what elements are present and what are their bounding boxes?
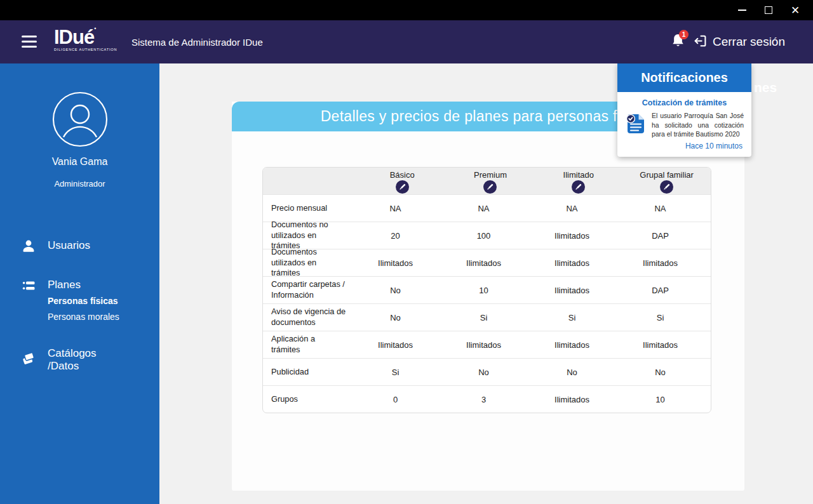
row-label: Precio mensual — [263, 203, 351, 214]
cell-value: Ilimitados — [528, 340, 616, 350]
logo-mark: • — [94, 25, 96, 32]
user-name: Vania Gama — [0, 156, 159, 168]
cell-value: Ilimitados — [528, 395, 616, 404]
sidebar-item-label: Planes — [48, 279, 124, 291]
table-row-publicidad: PublicidadSiNoNoNo — [263, 358, 711, 385]
column-header-empty — [263, 168, 358, 194]
cell-value: DAP — [616, 231, 704, 241]
table-row-grupos: Grupos03Ilimitados10 — [263, 385, 711, 413]
user-role: Administrador — [0, 179, 159, 189]
app-title: Sistema de Administrador IDue — [131, 20, 263, 63]
hamburger-menu-icon[interactable] — [22, 36, 37, 48]
cell-value: Si — [440, 313, 528, 322]
avatar — [52, 91, 108, 150]
sidebar-item-label: Catálogos /Datos — [48, 347, 124, 373]
cell-value: 3 — [440, 395, 528, 404]
pencil-icon — [572, 186, 585, 196]
notifications-list: Cotización de trámites El usuario Parroq… — [617, 92, 751, 157]
sidebar-subitem-personas-fisicas[interactable]: Personas físicas — [48, 296, 118, 306]
close-icon: ✕ — [791, 5, 800, 16]
background-artifact-text: nes — [754, 80, 777, 95]
maximize-button[interactable] — [763, 5, 774, 15]
cell-value: Ilimitados — [528, 231, 616, 241]
cell-value: 100 — [440, 231, 528, 241]
cell-value: NA — [616, 204, 704, 213]
cell-value: No — [616, 368, 704, 377]
cell-value: NA — [440, 204, 528, 213]
notification-item-title: Cotización de trámites — [625, 98, 744, 107]
cell-value: No — [351, 286, 440, 295]
table-row-aviso-de-vigencia-de-documentos: Aviso de vigencia de documentosNoSiSiSi — [263, 303, 711, 331]
cell-value: Ilimitados — [528, 286, 616, 295]
table-row-aplicacion-a-tramites: Aplicación a trámitesIlimitadosIlimitado… — [263, 331, 711, 358]
cell-value: 0 — [351, 395, 440, 404]
page-title: Detalles y precios de planes para person… — [321, 108, 656, 125]
cell-value: Ilimitados — [351, 258, 440, 268]
notifications-panel-header: Notificaciones — [617, 63, 751, 92]
pencil-icon — [660, 186, 673, 196]
row-label: Aviso de vigencia de documentos — [263, 307, 351, 328]
sidebar-item-catalogos-datos[interactable]: Catálogos /Datos — [0, 347, 159, 375]
minimize-icon — [738, 10, 746, 11]
cell-value: 10 — [440, 286, 528, 295]
users-icon — [21, 239, 36, 254]
notification-item[interactable]: Cotización de trámites El usuario Parroq… — [625, 98, 744, 150]
cell-value: Si — [616, 313, 704, 322]
plans-list-icon — [21, 278, 36, 293]
sidebar-item-label: Usuarios — [48, 239, 124, 252]
column-header-ilimitado: Ilimitado — [534, 168, 622, 194]
window-titlebar: ✕ — [0, 0, 813, 20]
logout-icon — [692, 33, 708, 51]
cell-value: 20 — [351, 231, 440, 241]
table-row-documentos-utilizados-en-tramites: Documentos utilizados en trámitesIlimita… — [263, 249, 711, 276]
column-header-basico: Básico — [358, 168, 447, 194]
cell-value: NA — [351, 204, 440, 213]
plans-card: Detalles y precios de planes para person… — [232, 102, 744, 491]
logo-subtext: DILIGENCE AUTHENTICATION — [54, 48, 117, 52]
column-label: Básico — [390, 170, 415, 180]
column-label: Premium — [474, 170, 507, 180]
plans-table: BásicoPremiumIlimitadoGrupal familiar Pr… — [262, 167, 711, 413]
logout-button[interactable]: Cerrar sesión — [692, 33, 785, 51]
sidebar-item-planes[interactable]: Planes — [0, 278, 159, 295]
minimize-button[interactable] — [737, 5, 747, 15]
sidebar: Vania Gama Administrador Usuarios Planes… — [0, 63, 159, 504]
cell-value: 10 — [616, 395, 704, 404]
cell-value: Ilimitados — [440, 340, 528, 350]
cell-value: Si — [528, 313, 616, 322]
idue-logo: IDué• DILIGENCE AUTHENTICATION — [54, 27, 117, 52]
row-label: Compartir carpetas / Información — [263, 279, 351, 300]
cell-value: No — [440, 368, 528, 377]
cell-value: Ilimitados — [616, 258, 704, 268]
logo-text: IDué — [54, 26, 94, 48]
app-header: IDué• DILIGENCE AUTHENTICATION Sistema d… — [0, 20, 813, 63]
close-button[interactable]: ✕ — [790, 5, 800, 15]
cell-value: Ilimitados — [351, 340, 440, 350]
sidebar-item-usuarios[interactable]: Usuarios — [0, 239, 159, 255]
document-check-icon — [625, 112, 647, 138]
main-content: nes Detalles y precios de planes para pe… — [159, 63, 813, 504]
table-row-precio-mensual: Precio mensualNANANANA — [263, 194, 711, 222]
row-label: Documentos utilizados en trámites — [263, 247, 351, 279]
column-header-grupal-familiar: Grupal familiar — [622, 168, 711, 194]
cell-value: No — [528, 368, 616, 377]
cell-value: No — [351, 313, 440, 322]
table-row-documentos-no-utilizados-en-tramites: Documentos no utilizados en trámites2010… — [263, 222, 711, 249]
cell-value: DAP — [616, 286, 704, 295]
notifications-panel: Notificaciones Cotización de trámites El… — [617, 63, 751, 157]
notifications-bell-button[interactable]: 1 — [670, 33, 687, 51]
cell-value: NA — [528, 204, 616, 213]
table-row-compartir-carpetas-informacion: Compartir carpetas / InformaciónNo10Ilim… — [263, 276, 711, 303]
edit-plan-basico-button[interactable] — [396, 180, 409, 194]
sidebar-subitem-personas-morales[interactable]: Personas morales — [48, 312, 119, 322]
edit-plan-premium-button[interactable] — [483, 180, 497, 194]
column-label: Grupal familiar — [640, 170, 694, 180]
cell-value: Ilimitados — [440, 258, 528, 268]
column-label: Ilimitado — [563, 170, 594, 180]
maximize-icon — [765, 6, 772, 14]
edit-plan-ilimitado-button[interactable] — [572, 180, 585, 194]
edit-plan-grupal-familiar-button[interactable] — [660, 180, 673, 194]
catalog-stack-icon — [21, 351, 36, 366]
plans-table-head: BásicoPremiumIlimitadoGrupal familiar — [263, 168, 711, 194]
pencil-icon — [483, 186, 497, 196]
